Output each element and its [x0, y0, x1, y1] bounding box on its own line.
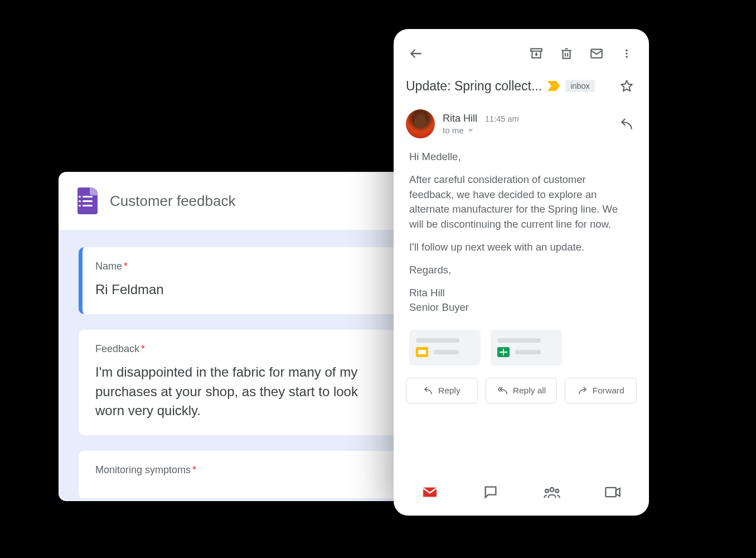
forms-app-icon [77, 187, 98, 214]
nav-chat-icon[interactable] [479, 481, 502, 503]
archive-icon[interactable] [526, 44, 546, 64]
attachment-slides[interactable] [409, 330, 481, 365]
email-signature: Rita Hill Senior Buyer [409, 286, 633, 315]
svg-point-7 [626, 52, 628, 55]
field-label: Monitoring symptoms* [95, 464, 390, 476]
field-value[interactable]: Ri Feldman [95, 280, 390, 300]
recipient-dropdown[interactable]: to me [443, 126, 474, 135]
forms-title: Customer feedback [110, 193, 235, 210]
forms-body: Name* Ri Feldman Feedback* I'm disappoin… [59, 230, 427, 501]
email-subject: Update: Spring collect... [406, 79, 542, 94]
reply-all-button[interactable]: Reply all [486, 378, 558, 403]
svg-point-12 [555, 489, 559, 493]
nav-spaces-icon[interactable] [541, 481, 563, 503]
form-field-symptoms[interactable]: Monitoring symptoms* [79, 451, 406, 498]
mail-icon[interactable] [587, 44, 607, 64]
reply-button[interactable]: Reply [406, 378, 478, 403]
back-icon[interactable] [406, 44, 426, 64]
email-greeting: Hi Medelle, [409, 150, 633, 165]
avatar[interactable] [406, 109, 435, 138]
field-value[interactable]: I'm disappointed in the fabric for many … [95, 363, 390, 421]
forms-card: Customer feedback Name* Ri Feldman Feedb… [59, 172, 427, 501]
email-paragraph: I'll follow up next week with an update. [409, 240, 633, 255]
svg-point-8 [626, 56, 628, 58]
form-field-name[interactable]: Name* Ri Feldman [79, 247, 406, 314]
email-closing: Regards, [409, 263, 633, 278]
forms-header: Customer feedback [59, 172, 427, 230]
subject-row: Update: Spring collect... inbox [394, 68, 649, 99]
email-paragraph: After careful consideration of customer … [409, 172, 633, 232]
field-label: Name* [95, 261, 390, 272]
gmail-card: Update: Spring collect... inbox Rita Hil… [394, 29, 649, 516]
attachments [394, 322, 649, 365]
email-body: Hi Medelle, After careful consideration … [394, 144, 649, 322]
form-field-feedback[interactable]: Feedback* I'm disappointed in the fabric… [79, 330, 406, 435]
more-icon[interactable] [617, 44, 637, 64]
sender-name: Rita Hill [443, 113, 477, 124]
trash-icon[interactable] [556, 44, 576, 64]
nav-meet-icon[interactable] [602, 481, 624, 503]
nav-mail-icon[interactable] [419, 481, 441, 503]
sender-row: Rita Hill 11:45 am to me [394, 99, 649, 144]
field-label: Feedback* [95, 343, 390, 355]
sender-time: 11:45 am [485, 114, 518, 123]
svg-point-6 [626, 49, 628, 51]
star-icon[interactable] [617, 76, 637, 96]
svg-marker-9 [621, 80, 632, 91]
svg-point-10 [550, 488, 554, 492]
bottom-nav [394, 470, 649, 516]
inbox-chip[interactable]: inbox [565, 80, 595, 92]
important-marker-icon[interactable] [547, 81, 560, 91]
svg-point-11 [545, 489, 549, 493]
svg-rect-13 [606, 488, 616, 497]
svg-rect-1 [531, 49, 542, 51]
gmail-toolbar [394, 29, 649, 68]
reply-actions: Reply Reply all Forward [394, 365, 649, 403]
svg-marker-14 [616, 488, 620, 496]
reply-icon[interactable] [617, 114, 637, 134]
sheets-icon [497, 347, 510, 357]
attachment-sheets[interactable] [491, 330, 562, 365]
slides-icon [416, 347, 428, 357]
forward-button[interactable]: Forward [565, 378, 637, 403]
